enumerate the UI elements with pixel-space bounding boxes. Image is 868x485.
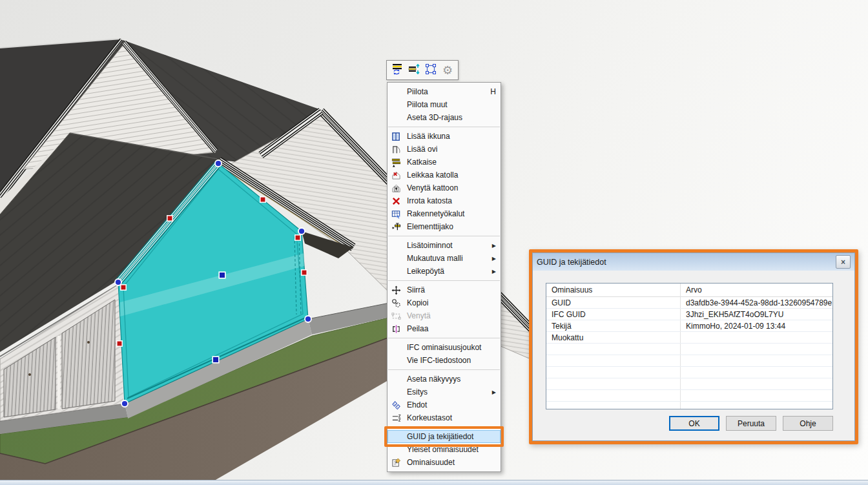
taskbar-edge [0, 480, 868, 485]
menu-item-lis-toiminnot[interactable]: Lisätoiminnot▶ [388, 239, 501, 252]
icon-spacer [390, 444, 402, 455]
swap-layers-button[interactable] [389, 63, 405, 78]
stretch-icon [390, 311, 402, 321]
edge-midpoint-handle[interactable] [117, 341, 122, 346]
table-row[interactable]: GUIDd3afdb3e-3944-452a-98dd-13260954789e [546, 297, 832, 309]
menu-item-rakennety-kalut[interactable]: Rakennetyökalut [388, 207, 501, 220]
menu-item-ifc-ominaisuusjoukot[interactable]: IFC ominaisuusjoukot [388, 341, 501, 354]
property-value-cell [681, 378, 832, 389]
table-row[interactable] [546, 355, 832, 367]
face-midpoint-handle[interactable] [212, 356, 219, 363]
menu-item-label: Vie IFC-tiedostoon [407, 356, 496, 365]
menu-item-piilota-muut[interactable]: Piilota muut [388, 98, 501, 111]
add-door-icon [390, 144, 402, 154]
ok-button[interactable]: OK [669, 416, 719, 431]
column-header-value: Arvo [681, 284, 832, 296]
property-name-cell: Tekijä [546, 320, 681, 331]
menu-item-label: Venytä kattoon [407, 183, 496, 192]
property-value-cell: KimmoHo, 2024-01-09 13:44 [681, 320, 832, 331]
menu-item-label: Lisää ikkuna [407, 132, 496, 141]
property-name-cell [546, 402, 681, 409]
element-division-icon [390, 222, 402, 232]
menu-item-shortcut: H [490, 87, 496, 96]
icon-spacer [390, 253, 402, 263]
column-header-property: Ominaisuus [546, 284, 681, 296]
properties-table: OminaisuusArvoGUIDd3afdb3e-3944-452a-98d… [546, 283, 833, 409]
menu-item-aseta-3d-rajaus[interactable]: Aseta 3D-rajaus [388, 111, 501, 124]
menu-item-venyt[interactable]: Venytä [388, 309, 501, 322]
selection-box-icon [424, 63, 437, 77]
menu-item-elementtijako[interactable]: Elementtijako [388, 220, 501, 233]
close-icon[interactable]: × [836, 255, 851, 269]
menu-separator [388, 127, 500, 127]
layer-up-down-button[interactable] [406, 63, 422, 78]
height-levels-icon [390, 413, 402, 423]
mirror-icon [390, 324, 402, 334]
edge-midpoint-handle[interactable] [121, 285, 126, 290]
menu-item-lis-ovi[interactable]: Lisää ovi [388, 143, 501, 156]
corner-handle[interactable] [305, 316, 311, 322]
table-row[interactable]: TekijäKimmoHo, 2024-01-09 13:44 [546, 320, 832, 332]
table-row[interactable] [546, 367, 832, 378]
property-value-cell: d3afdb3e-3944-452a-98dd-13260954789e [681, 297, 832, 308]
corner-handle[interactable] [215, 160, 222, 167]
property-value-cell [681, 332, 832, 343]
menu-item-kopioi[interactable]: Kopioi [388, 296, 501, 309]
property-name-cell [546, 344, 681, 355]
table-row[interactable]: IFC GUID3Jhzi_EKH5AfZT4oO9L7YU [546, 309, 832, 320]
swap-layers-icon [391, 63, 404, 77]
conditions-icon [390, 400, 402, 410]
menu-item-guid-ja-tekij-tiedot[interactable]: GUID ja tekijätiedot [388, 430, 501, 443]
ohje-button[interactable]: Ohje [783, 416, 833, 431]
menu-separator [388, 280, 500, 281]
menu-item-irrota-katosta[interactable]: Irrota katosta [388, 194, 501, 207]
edge-midpoint-handle[interactable] [167, 216, 172, 221]
property-name-cell [546, 367, 681, 378]
menu-item-aseta-n-kyvyys[interactable]: Aseta näkyvyys [388, 373, 501, 386]
edge-midpoint-handle[interactable] [302, 270, 307, 275]
menu-item-ominaisuudet[interactable]: Ominaisuudet [388, 456, 501, 469]
menu-item-mukautuva-malli[interactable]: Mukautuva malli▶ [388, 252, 501, 265]
menu-item-label: Rakennetyökalut [407, 209, 496, 218]
3d-viewport[interactable]: ⚙ PiilotaHPiilota muutAseta 3D-rajausLis… [0, 0, 868, 485]
table-row[interactable] [546, 344, 832, 355]
selection-box-button[interactable] [423, 63, 439, 78]
menu-item-katkaise[interactable]: Katkaise [388, 156, 501, 169]
property-value-cell [681, 355, 832, 366]
dialog-buttons: OKPeruutaOhje [669, 416, 833, 431]
menu-item-leikep-yt[interactable]: Leikepöytä▶ [388, 265, 501, 278]
application-window: { "viewport": { "selected_wall_color": "… [0, 0, 868, 485]
dialog-titlebar[interactable]: GUID ja tekijätiedot × [533, 253, 854, 271]
menu-item-piilota[interactable]: PiilotaH [388, 85, 501, 98]
table-row[interactable] [546, 378, 832, 390]
menu-item-esitys[interactable]: Esitys▶ [388, 386, 501, 398]
menu-item-venyt-kattoon[interactable]: Venytä kattoon [388, 181, 501, 194]
edge-midpoint-handle[interactable] [260, 197, 265, 202]
menu-item-ehdot[interactable]: Ehdot [388, 398, 501, 411]
edge-midpoint-handle[interactable] [295, 235, 300, 240]
menu-item-label: Elementtijako [407, 222, 496, 231]
menu-item-label: Ehdot [407, 400, 496, 409]
menu-item-vie-ifc-tiedostoon[interactable]: Vie IFC-tiedostoon [388, 354, 501, 367]
peruuta-button[interactable]: Peruuta [726, 416, 776, 431]
table-row[interactable]: Muokattu [546, 332, 832, 344]
corner-handle[interactable] [121, 400, 128, 407]
menu-item-leikkaa-katolla[interactable]: Leikkaa katolla [388, 169, 501, 181]
menu-item-lis-ikkuna[interactable]: Lisää ikkuna [388, 130, 501, 143]
context-toolbar: ⚙ [386, 60, 459, 80]
menu-item-label: Venytä [407, 311, 496, 320]
menu-item-yleiset-ominaisuudet[interactable]: Yleiset ominaisuudet [388, 443, 501, 456]
table-row[interactable] [546, 390, 832, 402]
menu-item-peilaa[interactable]: Peilaa [388, 322, 501, 335]
icon-spacer [390, 240, 402, 251]
menu-item-korkeustasot[interactable]: Korkeustasot [388, 411, 501, 424]
table-row[interactable] [546, 402, 832, 409]
settings-gear-icon: ⚙ [442, 65, 453, 76]
face-midpoint-handle[interactable] [219, 272, 225, 278]
settings-gear-button[interactable]: ⚙ [440, 63, 455, 78]
menu-item-label: Lisätoiminnot [407, 241, 484, 250]
menu-item-label: Esitys [407, 387, 484, 397]
menu-separator [388, 427, 500, 428]
menu-item-siirr[interactable]: Siirrä [388, 284, 501, 296]
corner-handle[interactable] [298, 228, 305, 234]
